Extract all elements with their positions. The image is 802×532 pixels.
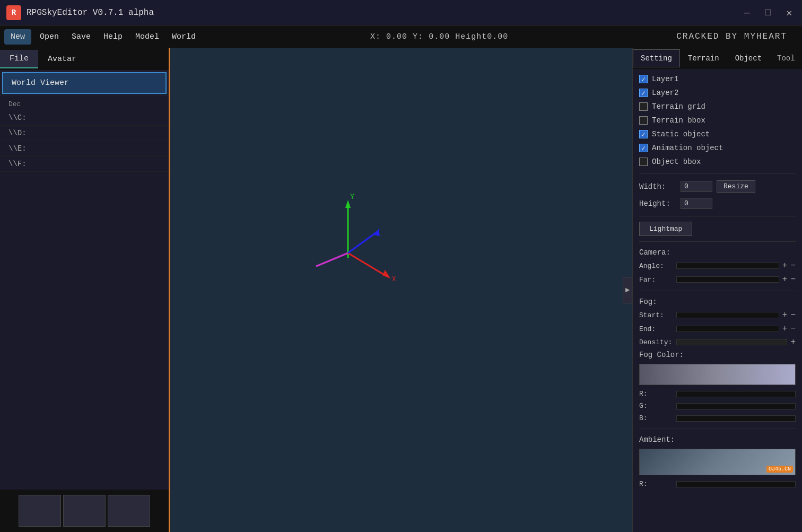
object-bbox-row: Object bbox	[639, 156, 796, 168]
list-item[interactable]: \\D:	[0, 126, 169, 141]
ambient-r-row: R:	[639, 479, 796, 489]
resize-button[interactable]: Resize	[717, 180, 755, 193]
app-icon: R	[6, 5, 21, 20]
thumbnail-2	[63, 495, 106, 527]
tab-object[interactable]: Object	[727, 49, 770, 67]
window-controls: — □ ✕	[740, 6, 796, 19]
height-row: Height:	[639, 196, 796, 211]
fog-g-label: G:	[639, 402, 673, 410]
list-item[interactable]: \\F:	[0, 156, 169, 172]
terrain-grid-checkbox[interactable]	[639, 102, 648, 111]
ambient-r-slider[interactable]	[676, 481, 796, 487]
cracked-watermark: CRACKED BY MYHEART	[676, 32, 787, 41]
separator-2	[639, 216, 796, 216]
start-label: Start:	[639, 311, 673, 319]
svg-text:X: X	[392, 276, 396, 283]
svg-text:Y: Y	[350, 193, 355, 201]
angle-minus[interactable]: −	[790, 261, 796, 271]
terrain-bbox-checkbox[interactable]	[639, 116, 648, 125]
open-menu-item[interactable]: Open	[33, 29, 65, 45]
ambient-label: Ambient:	[639, 434, 796, 445]
separator-4	[639, 291, 796, 291]
far-slider[interactable]	[676, 276, 779, 283]
start-plus[interactable]: +	[782, 311, 788, 319]
fog-b-slider[interactable]	[676, 415, 796, 422]
terrain-bbox-row: Terrain bbox	[639, 115, 796, 126]
world-viewer-button[interactable]: World Viewer	[2, 72, 167, 94]
layer1-checkbox[interactable]: ✓	[639, 75, 648, 83]
angle-plus[interactable]: +	[782, 261, 788, 270]
width-label: Width:	[639, 182, 676, 191]
save-menu-item[interactable]: Save	[65, 29, 97, 45]
density-plus[interactable]: +	[790, 338, 796, 346]
list-item[interactable]: \\E:	[0, 141, 169, 156]
fog-r-slider[interactable]	[676, 391, 796, 397]
close-button[interactable]: ✕	[783, 6, 796, 19]
tab-avatar[interactable]: Avatar	[38, 50, 86, 68]
thumbnail-1	[19, 495, 61, 527]
svg-line-6	[348, 232, 377, 253]
left-panel: File Avatar World Viewer Dec \\C: \\D: \…	[0, 48, 170, 532]
list-item[interactable]: \\C:	[0, 110, 169, 126]
terrain-bbox-label: Terrain bbox	[652, 116, 705, 125]
title-bar: R RPGSkyEditor V0.7.1 alpha — □ ✕	[0, 0, 802, 25]
animation-object-checkbox[interactable]: ✓	[639, 144, 648, 152]
static-object-checkbox[interactable]: ✓	[639, 130, 648, 138]
svg-marker-4	[382, 270, 390, 278]
layer1-label: Layer1	[652, 75, 678, 83]
right-panel-tabs: Setting Terrain Object Tool	[633, 48, 802, 69]
help-menu-item[interactable]: Help	[97, 29, 129, 45]
height-input[interactable]	[681, 198, 712, 209]
tab-terrain[interactable]: Terrain	[680, 49, 727, 67]
right-panel: Setting Terrain Object Tool ✓ Layer1 ✓ L…	[632, 48, 802, 532]
layer2-checkbox[interactable]: ✓	[639, 89, 648, 97]
tab-setting[interactable]: Setting	[633, 49, 680, 67]
layer2-row: ✓ Layer2	[639, 87, 796, 99]
fog-r-row: R:	[639, 389, 796, 399]
ambient-r-label: R:	[639, 480, 673, 488]
minimize-button[interactable]: —	[740, 6, 753, 19]
end-plus[interactable]: +	[782, 325, 788, 333]
density-slider[interactable]	[676, 339, 787, 345]
svg-line-8	[316, 253, 348, 266]
svg-marker-1	[345, 200, 351, 208]
terrain-grid-label: Terrain grid	[652, 102, 705, 111]
app-title: RPGSkyEditor V0.7.1 alpha	[27, 8, 740, 18]
angle-slider[interactable]	[676, 263, 779, 269]
center-viewport[interactable]: Y X ►	[170, 48, 632, 532]
end-slider[interactable]	[676, 326, 779, 332]
far-minus[interactable]: −	[790, 275, 796, 284]
static-object-row: ✓ Static object	[639, 128, 796, 140]
lightmap-button[interactable]: Lightmap	[639, 222, 692, 236]
world-menu-item[interactable]: World	[165, 29, 202, 45]
left-panel-bottom	[0, 490, 169, 532]
far-plus[interactable]: +	[782, 275, 788, 284]
width-row: Width: Resize	[639, 179, 796, 194]
dec-label: Dec	[0, 98, 169, 110]
maximize-button[interactable]: □	[762, 6, 774, 19]
density-row: Density: +	[639, 337, 796, 347]
menu-bar: New Open Save Help Model World X: 0.00 Y…	[0, 25, 802, 48]
width-input[interactable]	[681, 181, 712, 192]
fog-label: Fog:	[639, 296, 796, 307]
model-menu-item[interactable]: Model	[129, 29, 165, 45]
fog-g-row: G:	[639, 401, 796, 411]
main-layout: File Avatar World Viewer Dec \\C: \\D: \…	[0, 48, 802, 532]
start-slider[interactable]	[676, 312, 779, 318]
new-menu-item[interactable]: New	[4, 29, 31, 45]
end-label: End:	[639, 325, 673, 333]
far-row: Far: + −	[639, 274, 796, 285]
layer1-row: ✓ Layer1	[639, 73, 796, 85]
start-minus[interactable]: −	[790, 310, 796, 320]
ambient-badge: OJ45.CN	[766, 466, 793, 473]
end-minus[interactable]: −	[790, 324, 796, 334]
thumbnail-3	[108, 495, 150, 527]
object-bbox-checkbox[interactable]	[639, 158, 648, 166]
scroll-arrow[interactable]: ►	[623, 277, 632, 303]
tool-label: Tool	[770, 50, 802, 67]
animation-object-row: ✓ Animation object	[639, 142, 796, 154]
far-label: Far:	[639, 276, 673, 284]
axis-gizmo: Y X	[295, 184, 401, 290]
tab-file[interactable]: File	[0, 50, 38, 68]
fog-g-slider[interactable]	[676, 403, 796, 409]
